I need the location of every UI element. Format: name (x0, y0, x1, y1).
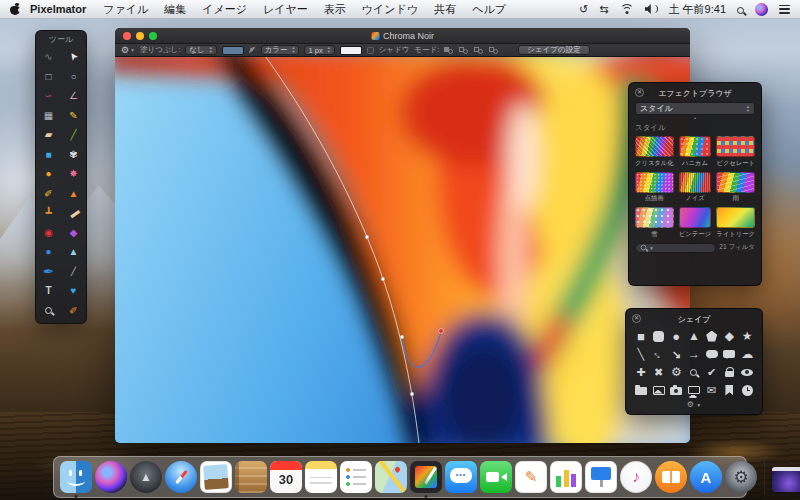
shape-checkmark[interactable]: ✔ (703, 363, 721, 381)
shape-settings-button[interactable]: シェイプの設定 (518, 45, 589, 55)
shape-picture[interactable] (650, 381, 668, 399)
tool-zoom[interactable] (36, 301, 61, 321)
canvas[interactable] (115, 57, 690, 443)
dock-icon-ibooks[interactable] (655, 461, 687, 493)
effect-category-select[interactable]: スタイル ▲▼ (635, 102, 755, 115)
fill-type-select[interactable]: なし ▲▼ (185, 45, 216, 55)
shape-triangle[interactable]: ▲ (685, 327, 703, 345)
effect-rain[interactable]: 雨 (716, 172, 755, 204)
dock-icon-safari[interactable] (165, 461, 197, 493)
shape-cross[interactable]: ✖ (650, 363, 668, 381)
tool-healing[interactable]: ▬ (61, 203, 86, 223)
shape-cloud[interactable]: ☁ (738, 345, 756, 363)
effect-pixelate[interactable]: ピクセレート (716, 136, 755, 168)
tool-rectangular-marquee[interactable]: □ (36, 67, 61, 87)
tool-red-eye[interactable]: ◉ (36, 223, 61, 243)
shape-diagonal-arrow[interactable]: ↘ (667, 345, 685, 363)
tool-sharpen[interactable]: ◆ (61, 223, 86, 243)
stroke-type-select[interactable]: カラー ▲▼ (261, 45, 300, 55)
shape-square[interactable]: ■ (632, 327, 650, 345)
effect-snow[interactable]: 雪 (635, 207, 674, 239)
tool-spray[interactable]: ✸ (61, 164, 86, 184)
effect-search-input[interactable]: ▼ (635, 243, 716, 253)
dock-icon-minimized-window[interactable] (772, 467, 800, 492)
shape-display[interactable] (685, 381, 703, 399)
shape-eye[interactable] (738, 363, 756, 381)
menu-edit[interactable]: 編集 (164, 2, 186, 17)
tool-blur-cone[interactable]: ▲ (61, 242, 86, 262)
effect-noise[interactable]: ノイズ (679, 172, 712, 204)
dock-icon-finder[interactable] (60, 461, 92, 493)
sync-icon[interactable]: ⇆ (599, 3, 608, 16)
tool-smudge[interactable]: ✾ (61, 145, 86, 165)
tool-polygonal-lasso[interactable]: ∠ (61, 86, 86, 106)
dock-icon-facetime[interactable] (480, 461, 512, 493)
shape-rounded-square[interactable] (650, 327, 668, 345)
shape-lock[interactable] (721, 363, 739, 381)
shape-square-speech-bubble[interactable] (721, 345, 739, 363)
shape-gear[interactable]: ⚙ (667, 363, 685, 381)
menu-share[interactable]: 共有 (434, 2, 456, 17)
tool-burn[interactable]: ▲ (61, 184, 86, 204)
stroke-width-stepper[interactable]: 1 px ▲▼ (304, 45, 334, 55)
shape-round-speech-bubble[interactable] (703, 345, 721, 363)
tool-slice[interactable]: ╱ (61, 125, 86, 145)
tool-color-swatch[interactable]: ● (36, 164, 61, 184)
menu-file[interactable]: ファイル (103, 2, 148, 17)
mode-subtract-icon[interactable] (459, 46, 469, 55)
tool-clone-stamp[interactable]: ┻ (36, 203, 61, 223)
shape-plus[interactable]: ✚ (632, 363, 650, 381)
dock-icon-maps[interactable] (375, 461, 407, 493)
shape-bookmark[interactable] (721, 381, 739, 399)
dock-icon-siri[interactable] (95, 461, 127, 493)
volume-icon[interactable] (645, 4, 658, 14)
shape-circle[interactable]: ● (667, 327, 685, 345)
menu-view[interactable]: 表示 (324, 2, 346, 17)
tool-options-gear-icon[interactable]: ⚙▼ (121, 45, 135, 55)
dock-icon-numbers[interactable] (550, 461, 582, 493)
tool-pencil[interactable]: ✎ (61, 106, 86, 126)
menu-window[interactable]: ウインドウ (362, 2, 418, 17)
tool-freeform-pen[interactable]: ╱ (61, 262, 86, 282)
menu-help[interactable]: ヘルプ (472, 2, 506, 17)
tool-pen[interactable]: ✒ (36, 262, 61, 282)
shape-double-arrow[interactable]: ↔ (650, 345, 668, 363)
effect-honeycomb[interactable]: ハニカム (679, 136, 712, 168)
stroke-color-well[interactable] (340, 46, 362, 55)
shape-camera[interactable] (667, 381, 685, 399)
mode-union-icon[interactable] (444, 46, 454, 55)
tool-lasso[interactable]: ∽ (36, 86, 61, 106)
effect-vintage[interactable]: ビンテージ (679, 207, 712, 239)
shapes-settings-gear-icon[interactable]: ⚙ ▼ (632, 400, 756, 409)
dock-icon-launchpad[interactable]: ▲ (130, 461, 162, 493)
time-machine-icon[interactable]: ↺ (579, 3, 588, 16)
dock-icon-reminders[interactable] (340, 461, 372, 493)
effect-lightleak[interactable]: ライトリーク (716, 207, 755, 239)
apple-menu-icon[interactable] (10, 3, 20, 15)
shape-diamond[interactable]: ◆ (721, 327, 739, 345)
shape-pentagon[interactable] (703, 327, 721, 345)
tool-move[interactable]: ∿ (36, 47, 61, 67)
dock-icon-app-store[interactable] (690, 461, 722, 493)
dock-icon-system-preferences[interactable] (725, 461, 757, 493)
tool-eraser[interactable]: ▰ (36, 125, 61, 145)
shape-star[interactable]: ★ (738, 327, 756, 345)
minimize-button[interactable] (136, 32, 144, 40)
siri-icon[interactable] (755, 3, 768, 16)
spotlight-icon[interactable] (737, 7, 744, 14)
fill-color-well[interactable] (222, 46, 244, 55)
close-button[interactable] (123, 32, 131, 40)
notification-center-icon[interactable] (779, 5, 790, 14)
dock-icon-messages[interactable] (445, 461, 477, 493)
window-title-bar[interactable]: Chroma Noir (115, 28, 690, 44)
shape-folder[interactable] (632, 381, 650, 399)
shape-clock[interactable] (738, 381, 756, 399)
mode-intersect-icon[interactable] (474, 46, 484, 55)
dock-icon-itunes[interactable] (620, 461, 652, 493)
shadow-checkbox[interactable] (367, 47, 374, 54)
effect-crystallize[interactable]: クリスタル化 (635, 136, 674, 168)
tool-elliptical-marquee[interactable]: ○ (61, 67, 86, 87)
zoom-button[interactable] (149, 32, 157, 40)
dock-icon-keynote[interactable] (585, 461, 617, 493)
dock-icon-pages[interactable] (515, 461, 547, 493)
